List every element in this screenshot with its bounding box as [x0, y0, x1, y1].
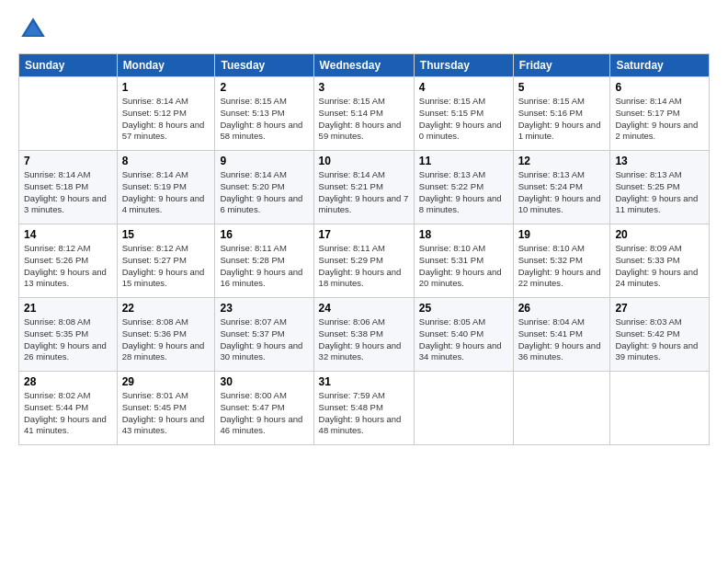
week-row-4: 21Sunrise: 8:08 AMSunset: 5:35 PMDayligh…: [19, 298, 710, 372]
calendar-cell: 5Sunrise: 8:15 AMSunset: 5:16 PMDaylight…: [513, 77, 610, 151]
header: [18, 15, 710, 44]
weekday-header-thursday: Thursday: [414, 54, 513, 77]
calendar-cell: 27Sunrise: 8:03 AMSunset: 5:42 PMDayligh…: [610, 298, 710, 372]
day-number: 15: [122, 228, 210, 241]
calendar-cell: 24Sunrise: 8:06 AMSunset: 5:38 PMDayligh…: [313, 298, 414, 372]
day-info: Sunrise: 8:03 AMSunset: 5:42 PMDaylight:…: [615, 316, 704, 363]
calendar-cell: 13Sunrise: 8:13 AMSunset: 5:25 PMDayligh…: [610, 151, 710, 224]
day-number: 11: [419, 155, 508, 167]
day-info: Sunrise: 8:07 AMSunset: 5:37 PMDaylight:…: [220, 316, 308, 363]
day-number: 27: [615, 302, 704, 315]
day-number: 29: [122, 375, 210, 388]
calendar-cell: 4Sunrise: 8:15 AMSunset: 5:15 PMDaylight…: [414, 77, 513, 151]
day-info: Sunrise: 8:04 AMSunset: 5:41 PMDaylight:…: [518, 316, 606, 363]
weekday-header-tuesday: Tuesday: [215, 54, 313, 77]
weekday-header-saturday: Saturday: [610, 54, 710, 77]
page: SundayMondayTuesdayWednesdayThursdayFrid…: [0, 0, 728, 563]
day-info: Sunrise: 8:13 AMSunset: 5:24 PMDaylight:…: [518, 169, 606, 216]
day-info: Sunrise: 8:15 AMSunset: 5:15 PMDaylight:…: [419, 96, 508, 143]
day-number: 7: [24, 155, 112, 167]
day-number: 4: [419, 81, 508, 94]
day-info: Sunrise: 8:00 AMSunset: 5:47 PMDaylight:…: [220, 390, 308, 437]
day-info: Sunrise: 8:14 AMSunset: 5:21 PMDaylight:…: [319, 169, 409, 216]
week-row-1: 1Sunrise: 8:14 AMSunset: 5:12 PMDaylight…: [19, 77, 710, 151]
week-row-5: 28Sunrise: 8:02 AMSunset: 5:44 PMDayligh…: [19, 372, 710, 445]
calendar-cell: 3Sunrise: 8:15 AMSunset: 5:14 PMDaylight…: [313, 77, 414, 151]
calendar-cell: [610, 372, 710, 445]
day-number: 14: [24, 228, 112, 241]
weekday-header-wednesday: Wednesday: [313, 54, 414, 77]
day-number: 20: [615, 228, 704, 241]
day-number: 28: [24, 375, 112, 388]
calendar-cell: 18Sunrise: 8:10 AMSunset: 5:31 PMDayligh…: [414, 224, 513, 298]
week-row-3: 14Sunrise: 8:12 AMSunset: 5:26 PMDayligh…: [19, 224, 710, 298]
calendar-cell: 25Sunrise: 8:05 AMSunset: 5:40 PMDayligh…: [414, 298, 513, 372]
day-number: 3: [319, 81, 409, 94]
weekday-header-row: SundayMondayTuesdayWednesdayThursdayFrid…: [19, 54, 710, 77]
day-number: 19: [518, 228, 606, 241]
calendar-cell: 9Sunrise: 8:14 AMSunset: 5:20 PMDaylight…: [215, 151, 313, 224]
day-info: Sunrise: 8:14 AMSunset: 5:20 PMDaylight:…: [220, 169, 308, 216]
logo-icon: [18, 15, 48, 44]
day-number: 31: [319, 375, 409, 388]
day-info: Sunrise: 8:15 AMSunset: 5:13 PMDaylight:…: [220, 96, 308, 143]
day-info: Sunrise: 8:10 AMSunset: 5:32 PMDaylight:…: [518, 243, 606, 290]
calendar-cell: [513, 372, 610, 445]
calendar-cell: 10Sunrise: 8:14 AMSunset: 5:21 PMDayligh…: [313, 151, 414, 224]
calendar-cell: 6Sunrise: 8:14 AMSunset: 5:17 PMDaylight…: [610, 77, 710, 151]
day-info: Sunrise: 8:08 AMSunset: 5:35 PMDaylight:…: [24, 316, 112, 363]
day-number: 24: [319, 302, 409, 315]
day-number: 16: [220, 228, 308, 241]
calendar-cell: 17Sunrise: 8:11 AMSunset: 5:29 PMDayligh…: [313, 224, 414, 298]
day-number: 26: [518, 302, 606, 315]
day-info: Sunrise: 8:12 AMSunset: 5:26 PMDaylight:…: [24, 243, 112, 290]
calendar-cell: [414, 372, 513, 445]
weekday-header-monday: Monday: [117, 54, 215, 77]
calendar-cell: [19, 77, 118, 151]
day-number: 10: [319, 155, 409, 167]
day-number: 9: [220, 155, 308, 167]
calendar-cell: 12Sunrise: 8:13 AMSunset: 5:24 PMDayligh…: [513, 151, 610, 224]
day-info: Sunrise: 8:14 AMSunset: 5:19 PMDaylight:…: [122, 169, 210, 216]
day-info: Sunrise: 8:11 AMSunset: 5:29 PMDaylight:…: [319, 243, 409, 290]
day-number: 2: [220, 81, 308, 94]
day-info: Sunrise: 8:13 AMSunset: 5:25 PMDaylight:…: [615, 169, 704, 216]
calendar-cell: 22Sunrise: 8:08 AMSunset: 5:36 PMDayligh…: [117, 298, 215, 372]
calendar-cell: 14Sunrise: 8:12 AMSunset: 5:26 PMDayligh…: [19, 224, 118, 298]
calendar-cell: 23Sunrise: 8:07 AMSunset: 5:37 PMDayligh…: [215, 298, 313, 372]
calendar-cell: 15Sunrise: 8:12 AMSunset: 5:27 PMDayligh…: [117, 224, 215, 298]
day-info: Sunrise: 8:02 AMSunset: 5:44 PMDaylight:…: [24, 390, 112, 437]
day-info: Sunrise: 8:05 AMSunset: 5:40 PMDaylight:…: [419, 316, 508, 363]
calendar-cell: 29Sunrise: 8:01 AMSunset: 5:45 PMDayligh…: [117, 372, 215, 445]
day-info: Sunrise: 8:11 AMSunset: 5:28 PMDaylight:…: [220, 243, 308, 290]
day-info: Sunrise: 8:09 AMSunset: 5:33 PMDaylight:…: [615, 243, 704, 290]
calendar-cell: 30Sunrise: 8:00 AMSunset: 5:47 PMDayligh…: [215, 372, 313, 445]
calendar-cell: 31Sunrise: 7:59 AMSunset: 5:48 PMDayligh…: [313, 372, 414, 445]
day-info: Sunrise: 8:14 AMSunset: 5:18 PMDaylight:…: [24, 169, 112, 216]
weekday-header-sunday: Sunday: [19, 54, 118, 77]
day-info: Sunrise: 7:59 AMSunset: 5:48 PMDaylight:…: [319, 390, 409, 437]
day-number: 17: [319, 228, 409, 241]
day-info: Sunrise: 8:15 AMSunset: 5:16 PMDaylight:…: [518, 96, 606, 143]
day-number: 12: [518, 155, 606, 167]
day-number: 18: [419, 228, 508, 241]
calendar-cell: 8Sunrise: 8:14 AMSunset: 5:19 PMDaylight…: [117, 151, 215, 224]
day-number: 25: [419, 302, 508, 315]
calendar-cell: 20Sunrise: 8:09 AMSunset: 5:33 PMDayligh…: [610, 224, 710, 298]
calendar-cell: 1Sunrise: 8:14 AMSunset: 5:12 PMDaylight…: [117, 77, 215, 151]
calendar-cell: 11Sunrise: 8:13 AMSunset: 5:22 PMDayligh…: [414, 151, 513, 224]
day-info: Sunrise: 8:12 AMSunset: 5:27 PMDaylight:…: [122, 243, 210, 290]
day-number: 30: [220, 375, 308, 388]
day-number: 22: [122, 302, 210, 315]
day-info: Sunrise: 8:15 AMSunset: 5:14 PMDaylight:…: [319, 96, 409, 143]
calendar-cell: 2Sunrise: 8:15 AMSunset: 5:13 PMDaylight…: [215, 77, 313, 151]
calendar-cell: 26Sunrise: 8:04 AMSunset: 5:41 PMDayligh…: [513, 298, 610, 372]
day-number: 8: [122, 155, 210, 167]
day-info: Sunrise: 8:08 AMSunset: 5:36 PMDaylight:…: [122, 316, 210, 363]
calendar-table: SundayMondayTuesdayWednesdayThursdayFrid…: [18, 53, 710, 445]
day-number: 23: [220, 302, 308, 315]
day-info: Sunrise: 8:01 AMSunset: 5:45 PMDaylight:…: [122, 390, 210, 437]
calendar-cell: 16Sunrise: 8:11 AMSunset: 5:28 PMDayligh…: [215, 224, 313, 298]
day-info: Sunrise: 8:06 AMSunset: 5:38 PMDaylight:…: [319, 316, 409, 363]
day-number: 21: [24, 302, 112, 315]
